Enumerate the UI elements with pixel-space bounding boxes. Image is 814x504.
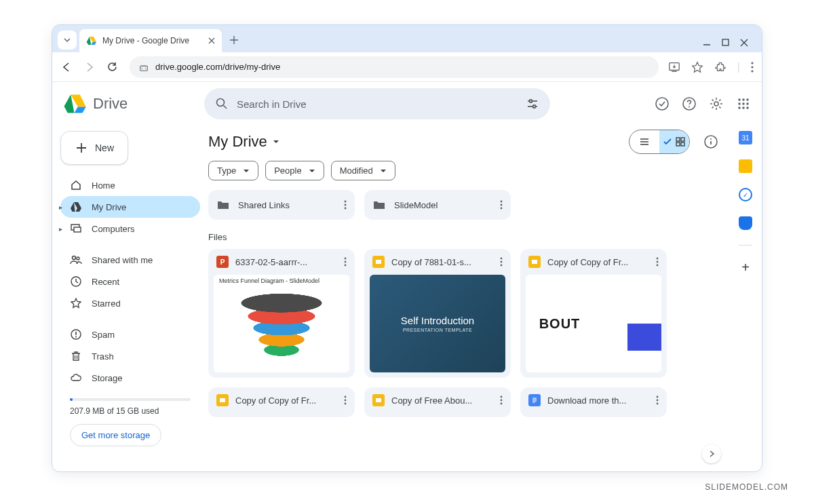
window-maximize-button[interactable] <box>722 39 729 47</box>
sidebar-item-recent[interactable]: Recent <box>60 271 200 292</box>
svg-point-16 <box>742 98 745 101</box>
install-app-icon[interactable] <box>668 61 680 73</box>
sidebar-item-mydrive[interactable]: ▸ My Drive <box>60 196 200 218</box>
sidebar-label: Computers <box>92 224 135 234</box>
browser-tab[interactable]: My Drive - Google Drive <box>79 29 222 52</box>
svg-point-5 <box>751 62 753 64</box>
slides-icon <box>372 256 385 268</box>
reload-button[interactable] <box>106 61 120 73</box>
site-info-icon[interactable] <box>139 62 149 72</box>
sidebar-item-computers[interactable]: ▸ Computers <box>60 218 200 239</box>
more-icon[interactable] <box>500 395 503 405</box>
sidebar-item-starred[interactable]: Starred <box>60 292 200 314</box>
tab-search-button[interactable] <box>58 31 77 50</box>
help-icon[interactable] <box>682 96 697 111</box>
drive-logo[interactable]: Drive <box>63 92 199 116</box>
svg-point-47 <box>501 258 503 260</box>
filter-modified[interactable]: Modified <box>331 161 395 180</box>
file-card[interactable]: P 6337-02-5-aarrr-... Metrics Funnel Dia… <box>208 249 355 378</box>
more-icon[interactable] <box>344 200 347 210</box>
browser-toolbar: drive.google.com/drive/my-drive | <box>52 52 762 82</box>
svg-point-59 <box>501 396 503 398</box>
svg-point-38 <box>345 204 347 206</box>
storage-text: 207.9 MB of 15 GB used <box>70 406 191 416</box>
svg-point-48 <box>501 261 503 263</box>
more-icon[interactable] <box>344 257 347 267</box>
more-icon[interactable] <box>344 395 347 405</box>
file-name: Copy of 7881-01-s... <box>391 257 493 267</box>
drive-favicon <box>86 35 97 46</box>
contacts-addon-icon[interactable] <box>739 216 752 230</box>
settings-icon[interactable] <box>709 96 724 111</box>
get-more-storage-button[interactable]: Get more storage <box>70 424 161 446</box>
svg-rect-1 <box>140 66 148 71</box>
filter-people[interactable]: People <box>265 161 324 180</box>
list-view-button[interactable] <box>629 130 659 153</box>
sidebar-item-storage[interactable]: Storage <box>60 367 200 389</box>
file-thumbnail: Metrics Funnel Diagram - SlideModel <box>214 275 349 372</box>
browser-tab-strip: My Drive - Google Drive <box>52 25 762 52</box>
hide-side-panel-button[interactable] <box>702 444 721 463</box>
sidebar-label: Recent <box>92 277 119 287</box>
window-minimize-button[interactable] <box>703 39 711 47</box>
window-close-button[interactable] <box>740 39 748 47</box>
file-card[interactable]: Copy of Free Abou... <box>364 387 511 417</box>
computers-icon <box>70 222 82 235</box>
more-icon[interactable] <box>656 395 659 405</box>
chrome-menu-icon[interactable] <box>751 62 754 73</box>
grid-view-button[interactable] <box>659 130 689 153</box>
sidebar-label: Storage <box>92 373 123 383</box>
keep-addon-icon[interactable] <box>739 159 752 173</box>
address-bar[interactable]: drive.google.com/drive/my-drive <box>130 56 659 78</box>
svg-point-63 <box>657 400 659 402</box>
new-button[interactable]: New <box>60 131 128 165</box>
search-options-icon[interactable] <box>526 97 539 111</box>
bookmark-icon[interactable] <box>691 61 703 73</box>
file-card[interactable]: Copy of Copy of Fr... <box>208 387 355 417</box>
svg-point-60 <box>501 400 503 402</box>
file-card[interactable]: Download more th... <box>520 387 667 417</box>
svg-point-61 <box>501 403 503 405</box>
expand-caret-icon[interactable]: ▸ <box>59 203 62 211</box>
extensions-icon[interactable] <box>714 61 726 73</box>
svg-point-18 <box>738 102 741 105</box>
svg-point-8 <box>217 99 225 106</box>
svg-point-40 <box>501 201 503 203</box>
file-card[interactable]: Copy of 7881-01-s... Self IntroductionPR… <box>364 249 511 378</box>
expand-caret-icon[interactable]: ▸ <box>59 225 62 233</box>
file-card[interactable]: Copy of Copy of Fr... BOUT <box>520 249 667 378</box>
new-tab-button[interactable] <box>225 31 244 50</box>
folder-card[interactable]: Shared Links <box>208 190 355 220</box>
shared-icon <box>70 254 82 266</box>
tab-close-icon[interactable] <box>208 37 215 44</box>
svg-point-39 <box>345 208 347 210</box>
breadcrumb-label: My Drive <box>208 133 267 151</box>
file-name: Copy of Free Abou... <box>391 395 493 406</box>
tasks-addon-icon[interactable]: ✓ <box>739 188 752 201</box>
more-icon[interactable] <box>656 257 659 267</box>
details-icon[interactable] <box>703 134 718 149</box>
back-button[interactable] <box>60 61 74 73</box>
ready-offline-icon[interactable] <box>655 96 670 111</box>
forward-button[interactable] <box>83 61 97 73</box>
sidebar-item-shared[interactable]: Shared with me <box>60 249 200 271</box>
calendar-addon-icon[interactable]: 31 <box>739 131 752 144</box>
drive-logo-text: Drive <box>93 95 128 113</box>
search-bar[interactable]: Search in Drive <box>204 88 550 119</box>
svg-rect-34 <box>681 142 684 146</box>
sidebar-item-spam[interactable]: Spam <box>60 324 200 345</box>
sidebar-item-home[interactable]: Home <box>60 174 200 196</box>
breadcrumb[interactable]: My Drive <box>208 133 281 151</box>
more-icon[interactable] <box>500 200 503 210</box>
sidebar-item-trash[interactable]: Trash <box>60 345 200 367</box>
cloud-icon <box>70 372 82 384</box>
get-addons-icon[interactable]: + <box>739 260 752 274</box>
svg-point-6 <box>751 66 753 68</box>
svg-rect-58 <box>376 398 381 402</box>
more-icon[interactable] <box>500 257 503 267</box>
folder-card[interactable]: SlideModel <box>364 190 511 220</box>
main-content: My Drive Type People Modified <box>208 125 729 471</box>
mydrive-icon <box>70 201 82 213</box>
filter-type[interactable]: Type <box>208 161 258 180</box>
apps-icon[interactable] <box>736 96 751 111</box>
